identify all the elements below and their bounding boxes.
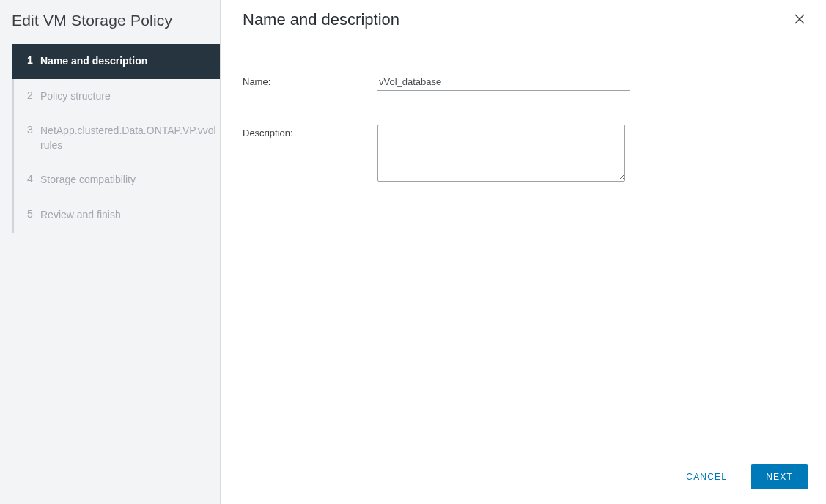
step-label: NetApp.clustered.Data.ONTAP.VP.vvol rule…	[40, 124, 216, 152]
step-number: 5	[27, 208, 40, 220]
form-row-name: Name:	[243, 73, 808, 91]
next-button[interactable]: NEXT	[751, 464, 808, 489]
description-label: Description:	[243, 125, 377, 138]
name-input[interactable]	[377, 73, 630, 91]
main-header: Name and description	[243, 10, 808, 29]
step-label: Review and finish	[40, 208, 121, 223]
step-label: Policy structure	[40, 89, 111, 104]
step-number: 2	[27, 89, 40, 101]
step-review-and-finish[interactable]: 5 Review and finish	[14, 198, 220, 233]
step-name-and-description[interactable]: 1 Name and description	[12, 44, 220, 79]
step-number: 1	[27, 54, 40, 66]
cancel-button[interactable]: CANCEL	[674, 465, 739, 489]
step-label: Name and description	[40, 54, 147, 69]
wizard-container: Edit VM Storage Policy 1 Name and descri…	[0, 0, 826, 504]
close-button[interactable]	[791, 10, 808, 28]
step-label: Storage compatibility	[40, 173, 136, 188]
step-number: 3	[27, 124, 40, 136]
close-icon	[794, 13, 805, 25]
step-netapp-rules[interactable]: 3 NetApp.clustered.Data.ONTAP.VP.vvol ru…	[14, 114, 220, 163]
name-label: Name:	[243, 73, 377, 87]
page-title: Name and description	[243, 10, 399, 29]
wizard-footer: CANCEL NEXT	[243, 453, 808, 489]
form-row-description: Description:	[243, 125, 808, 182]
step-policy-structure[interactable]: 2 Policy structure	[14, 79, 220, 114]
main-content: Name and description Name: Description: …	[221, 0, 826, 504]
form-area: Name: Description:	[243, 73, 808, 453]
step-number: 4	[27, 173, 40, 185]
sidebar-title: Edit VM Storage Policy	[0, 0, 220, 44]
description-textarea[interactable]	[377, 125, 625, 182]
step-storage-compatibility[interactable]: 4 Storage compatibility	[14, 163, 220, 198]
wizard-steps-list: 1 Name and description 2 Policy structur…	[12, 44, 220, 233]
wizard-sidebar: Edit VM Storage Policy 1 Name and descri…	[0, 0, 221, 504]
